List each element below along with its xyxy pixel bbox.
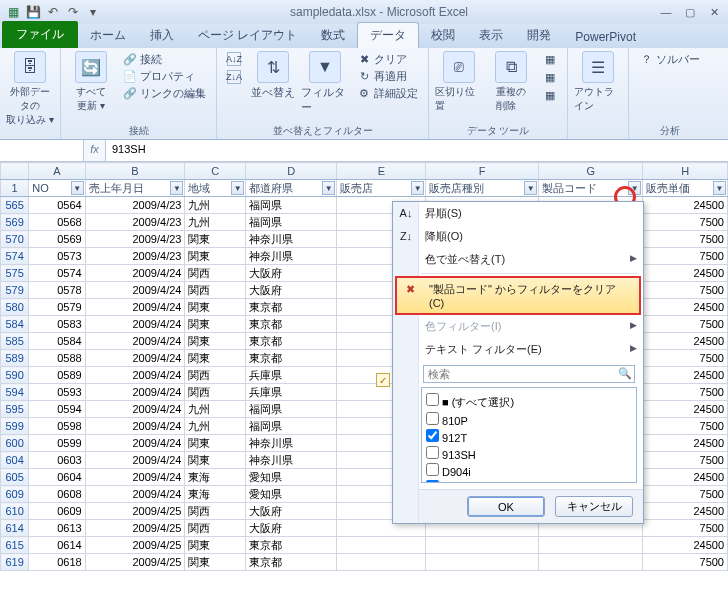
cell[interactable]: 東海 xyxy=(185,469,246,486)
cell[interactable]: 東京都 xyxy=(246,333,337,350)
cell[interactable]: 愛知県 xyxy=(246,486,337,503)
properties-button[interactable]: 📄プロパティ xyxy=(119,68,210,85)
filter-search-input[interactable] xyxy=(423,365,635,383)
cell[interactable]: 0608 xyxy=(29,486,85,503)
close-button[interactable]: ✕ xyxy=(704,6,724,19)
filter-dropdown-icon[interactable]: ▼ xyxy=(713,181,726,195)
filter-dropdown-icon[interactable]: ▼ xyxy=(322,181,335,195)
filter-dropdown-icon[interactable]: ▼ xyxy=(231,181,244,195)
cell[interactable]: 0603 xyxy=(29,452,85,469)
cell[interactable]: 0588 xyxy=(29,350,85,367)
cell[interactable]: 福岡県 xyxy=(246,401,337,418)
cell[interactable]: 関西 xyxy=(185,503,246,520)
cell[interactable]: 関東 xyxy=(185,231,246,248)
row-header[interactable]: 610 xyxy=(1,503,29,520)
cell[interactable]: 関西 xyxy=(185,384,246,401)
col-header[interactable] xyxy=(1,163,29,180)
tab-view[interactable]: 表示 xyxy=(467,23,515,48)
cell[interactable]: 7500 xyxy=(643,248,728,265)
tab-developer[interactable]: 開発 xyxy=(515,23,563,48)
tab-review[interactable]: 校閲 xyxy=(419,23,467,48)
cell[interactable] xyxy=(426,537,539,554)
cell[interactable]: 東京都 xyxy=(246,299,337,316)
cell[interactable]: 大阪府 xyxy=(246,520,337,537)
cell[interactable]: 関東 xyxy=(185,537,246,554)
cell[interactable]: 7500 xyxy=(643,520,728,537)
cell[interactable]: 7500 xyxy=(643,350,728,367)
clear-filter-button[interactable]: ✖クリア xyxy=(353,51,422,68)
external-data-button[interactable]: 🗄 外部データの 取り込み ▾ xyxy=(6,51,54,127)
name-box[interactable] xyxy=(0,140,84,161)
cell[interactable]: 24500 xyxy=(643,265,728,282)
data-tools-3[interactable]: ▦ xyxy=(539,87,561,103)
solver-button[interactable]: ？ソルバー xyxy=(635,51,704,68)
redo-icon[interactable]: ↷ xyxy=(64,3,82,21)
cell[interactable]: 関東 xyxy=(185,299,246,316)
row-header[interactable]: 605 xyxy=(1,469,29,486)
cell[interactable]: 兵庫県 xyxy=(246,367,337,384)
cell[interactable]: 東京都 xyxy=(246,537,337,554)
cell[interactable]: 神奈川県 xyxy=(246,231,337,248)
remove-duplicates-button[interactable]: ⧉ 重複の 削除 xyxy=(487,51,535,113)
cell[interactable]: 関西 xyxy=(185,265,246,282)
cell[interactable]: 7500 xyxy=(643,282,728,299)
cell[interactable]: 東海 xyxy=(185,486,246,503)
cell[interactable]: 2009/4/24 xyxy=(85,469,185,486)
row-header[interactable]: 580 xyxy=(1,299,29,316)
cell[interactable]: 関西 xyxy=(185,367,246,384)
cell[interactable]: 7500 xyxy=(643,214,728,231)
filter-select-all[interactable]: ■ (すべて選択) xyxy=(426,392,632,411)
row-header[interactable]: 570 xyxy=(1,231,29,248)
tab-pagelayout[interactable]: ページ レイアウト xyxy=(186,23,309,48)
cell[interactable]: 7500 xyxy=(643,384,728,401)
cell[interactable] xyxy=(539,537,643,554)
cell[interactable]: 0594 xyxy=(29,401,85,418)
filter-check-item[interactable]: 912T xyxy=(426,428,632,445)
cell[interactable]: 2009/4/24 xyxy=(85,350,185,367)
reapply-button[interactable]: ↻再適用 xyxy=(353,68,422,85)
cell[interactable]: 2009/4/23 xyxy=(85,248,185,265)
cell[interactable]: 東京都 xyxy=(246,316,337,333)
filter-dropdown-icon[interactable]: ▼ xyxy=(411,181,424,195)
menu-clear-filter[interactable]: ✖"製品コード" からフィルターをクリア(C) xyxy=(395,276,641,315)
cell[interactable]: 24500 xyxy=(643,197,728,214)
cell[interactable]: 2009/4/23 xyxy=(85,214,185,231)
cell[interactable]: 東京都 xyxy=(246,554,337,571)
filter-dropdown-icon[interactable]: ▼ xyxy=(628,181,641,195)
cell[interactable]: 0564 xyxy=(29,197,85,214)
cell[interactable]: 九州 xyxy=(185,401,246,418)
cell[interactable]: 関東 xyxy=(185,316,246,333)
cell[interactable]: 0574 xyxy=(29,265,85,282)
cell[interactable]: 神奈川県 xyxy=(246,248,337,265)
col-header[interactable]: A xyxy=(29,163,85,180)
cell[interactable]: 24500 xyxy=(643,367,728,384)
cell[interactable] xyxy=(337,537,426,554)
row-header[interactable]: 604 xyxy=(1,452,29,469)
minimize-button[interactable]: — xyxy=(656,6,676,19)
row-header[interactable]: 584 xyxy=(1,316,29,333)
col-header[interactable]: H xyxy=(643,163,728,180)
cell[interactable]: 福岡県 xyxy=(246,418,337,435)
row-header[interactable]: 609 xyxy=(1,486,29,503)
cell[interactable]: 2009/4/25 xyxy=(85,520,185,537)
filter-dropdown-icon[interactable]: ▼ xyxy=(71,181,84,195)
col-header[interactable]: E xyxy=(337,163,426,180)
cancel-button[interactable]: キャンセル xyxy=(555,496,633,517)
cell[interactable]: 24500 xyxy=(643,299,728,316)
col-header[interactable]: D xyxy=(246,163,337,180)
cell[interactable] xyxy=(337,554,426,571)
cell[interactable]: 関東 xyxy=(185,452,246,469)
advanced-filter-button[interactable]: ⚙詳細設定 xyxy=(353,85,422,102)
row-header[interactable]: 574 xyxy=(1,248,29,265)
row-header[interactable]: 615 xyxy=(1,537,29,554)
cell[interactable]: 7500 xyxy=(643,554,728,571)
cell[interactable]: 2009/4/24 xyxy=(85,367,185,384)
cell[interactable]: 24500 xyxy=(643,401,728,418)
cell[interactable]: 7500 xyxy=(643,486,728,503)
cell[interactable]: 0618 xyxy=(29,554,85,571)
menu-sort-asc[interactable]: A↓昇順(S) xyxy=(393,202,643,225)
save-icon[interactable]: 💾 xyxy=(24,3,42,21)
cell[interactable]: 2009/4/23 xyxy=(85,197,185,214)
connections-button[interactable]: 🔗接続 xyxy=(119,51,210,68)
row-header[interactable]: 1 xyxy=(1,180,29,197)
